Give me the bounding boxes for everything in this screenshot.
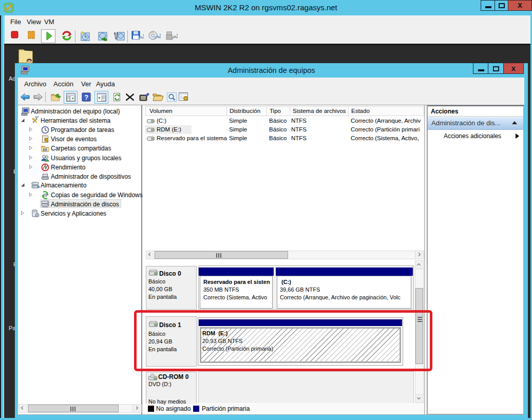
svg-text:!: ! <box>46 139 47 142</box>
svg-text:?: ? <box>84 93 88 101</box>
